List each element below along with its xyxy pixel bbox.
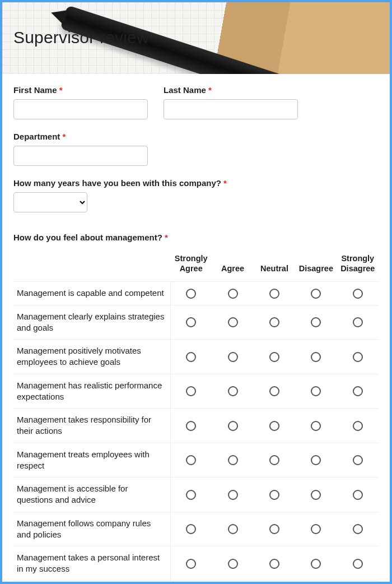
matrix-row-label: Management clearly explains strategies a…	[13, 305, 170, 340]
matrix-col-1: Agree	[212, 249, 253, 282]
matrix-cell	[212, 374, 253, 409]
years-label-text: How many years have you been with this c…	[13, 178, 221, 188]
matrix-cell	[170, 443, 212, 478]
matrix-radio[interactable]	[353, 559, 363, 569]
matrix-cell	[170, 512, 212, 546]
matrix-radio[interactable]	[186, 524, 196, 534]
matrix-radio[interactable]	[311, 289, 321, 299]
matrix-radio[interactable]	[311, 490, 321, 500]
department-input[interactable]	[13, 146, 148, 166]
name-row: First Name * Last Name *	[13, 85, 379, 119]
matrix-cell	[170, 282, 212, 305]
matrix-cell	[212, 305, 253, 340]
matrix-radio[interactable]	[269, 421, 279, 431]
matrix-cell	[295, 478, 337, 512]
matrix-radio[interactable]	[228, 524, 238, 534]
matrix-radio[interactable]	[186, 352, 196, 362]
matrix-radio[interactable]	[269, 559, 279, 569]
matrix-col-0: Strongly Agree	[170, 249, 212, 282]
matrix-cell	[295, 305, 337, 340]
matrix-radio[interactable]	[228, 317, 238, 327]
matrix-radio[interactable]	[186, 490, 196, 500]
matrix-radio[interactable]	[186, 559, 196, 569]
matrix-cell	[212, 340, 253, 374]
matrix-row-label: Management is accessible for questions a…	[13, 478, 170, 512]
matrix-cell	[254, 374, 295, 409]
matrix-radio[interactable]	[311, 386, 321, 396]
matrix-cell	[254, 512, 295, 546]
matrix-cell	[170, 478, 212, 512]
matrix-radio[interactable]	[269, 386, 279, 396]
form-container: Supervisor review First Name * Last Name…	[0, 0, 392, 584]
matrix-cell	[170, 374, 212, 409]
table-row: Management clearly explains strategies a…	[13, 305, 379, 340]
matrix-radio[interactable]	[228, 559, 238, 569]
matrix-radio[interactable]	[186, 455, 196, 465]
matrix-cell	[254, 581, 295, 584]
first-name-input[interactable]	[13, 99, 148, 119]
matrix-radio[interactable]	[186, 421, 196, 431]
matrix-question-text: How do you feel about management?	[13, 233, 162, 242]
matrix-radio[interactable]	[311, 559, 321, 569]
matrix-row-label: Management treats employees with respect	[13, 443, 170, 478]
matrix-radio[interactable]	[311, 524, 321, 534]
matrix-cell	[212, 546, 253, 581]
matrix-cell	[212, 443, 253, 478]
last-name-label: Last Name *	[164, 85, 298, 95]
matrix-row-label: Management is capable and competent	[13, 282, 170, 305]
table-row: Management has realistic performance exp…	[13, 374, 379, 409]
matrix-radio[interactable]	[269, 317, 279, 327]
first-name-label: First Name *	[13, 85, 148, 95]
last-name-input[interactable]	[164, 99, 298, 119]
matrix-radio[interactable]	[186, 289, 196, 299]
matrix-radio[interactable]	[353, 455, 363, 465]
matrix-radio[interactable]	[269, 352, 279, 362]
matrix-radio[interactable]	[311, 317, 321, 327]
years-select[interactable]	[13, 192, 87, 212]
matrix-cell	[254, 443, 295, 478]
matrix-radio[interactable]	[269, 289, 279, 299]
matrix-cell	[170, 546, 212, 581]
matrix-cell	[212, 581, 253, 584]
matrix-header-row: Strongly Agree Agree Neutral Disagree St…	[13, 249, 379, 282]
matrix-radio[interactable]	[228, 455, 238, 465]
matrix-radio[interactable]	[269, 455, 279, 465]
table-row: Management takes responsibility for thei…	[13, 409, 379, 443]
matrix-radio[interactable]	[353, 352, 363, 362]
matrix-radio[interactable]	[186, 386, 196, 396]
matrix-radio[interactable]	[353, 317, 363, 327]
required-mark: *	[165, 233, 168, 242]
matrix-radio[interactable]	[228, 421, 238, 431]
matrix-cell	[337, 282, 379, 305]
matrix-radio[interactable]	[228, 352, 238, 362]
matrix-cell	[212, 478, 253, 512]
table-row: Management positively motivates employee…	[13, 340, 379, 374]
form-header: Supervisor review	[2, 2, 390, 74]
matrix-radio[interactable]	[228, 386, 238, 396]
matrix-radio[interactable]	[311, 421, 321, 431]
matrix-radio[interactable]	[186, 317, 196, 327]
matrix-cell	[212, 282, 253, 305]
matrix-radio[interactable]	[311, 455, 321, 465]
matrix-radio[interactable]	[353, 386, 363, 396]
matrix-cell	[254, 282, 295, 305]
matrix-radio[interactable]	[228, 289, 238, 299]
table-row: Management is capable and competent	[13, 282, 379, 305]
matrix-radio[interactable]	[353, 289, 363, 299]
matrix-radio[interactable]	[311, 352, 321, 362]
matrix-radio[interactable]	[353, 490, 363, 500]
matrix-radio[interactable]	[353, 524, 363, 534]
matrix-cell	[254, 340, 295, 374]
matrix-cell	[337, 546, 379, 581]
matrix-radio[interactable]	[228, 490, 238, 500]
matrix-cell	[337, 409, 379, 443]
table-row: Management treats employees with respect	[13, 443, 379, 478]
matrix-radio[interactable]	[269, 490, 279, 500]
matrix-cell	[337, 340, 379, 374]
matrix-radio[interactable]	[353, 421, 363, 431]
matrix-radio[interactable]	[269, 524, 279, 534]
matrix-cell	[295, 443, 337, 478]
matrix-cell	[337, 478, 379, 512]
matrix-cell	[295, 546, 337, 581]
matrix-cell	[254, 478, 295, 512]
